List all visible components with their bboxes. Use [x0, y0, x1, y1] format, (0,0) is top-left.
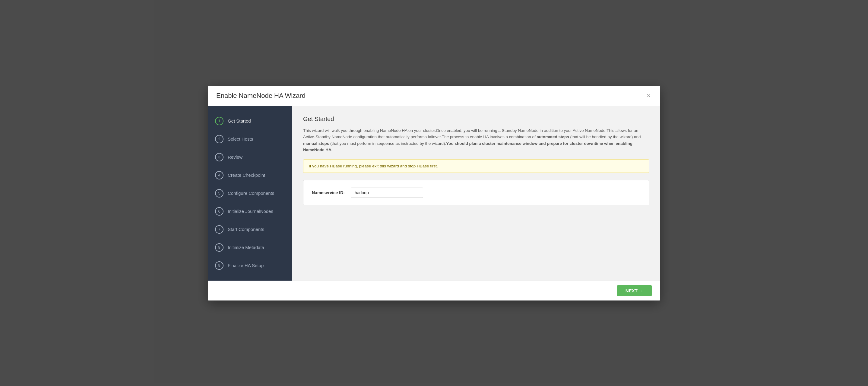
wizard-modal: Enable NameNode HA Wizard × 1 Get Starte…	[208, 86, 660, 301]
sidebar-label-6: Initialize JournalNodes	[228, 209, 273, 214]
next-button[interactable]: NEXT →	[617, 285, 652, 296]
warning-box: If you have HBase running, please exit t…	[303, 159, 649, 173]
step-circle-1: 1	[215, 117, 223, 125]
desc-part3: (that you must perform in sequence as in…	[329, 141, 446, 146]
sidebar-item-start-components[interactable]: 7 Start Components	[208, 220, 292, 239]
sidebar-item-initialize-journalnodes[interactable]: 6 Initialize JournalNodes	[208, 202, 292, 220]
sidebar-item-initialize-metadata[interactable]: 8 Initialize Metadata	[208, 239, 292, 256]
content-title: Get Started	[303, 116, 649, 122]
modal-body: 1 Get Started 2 Select Hosts 3 Review 4 …	[208, 106, 660, 281]
sidebar-item-select-hosts[interactable]: 2 Select Hosts	[208, 130, 292, 148]
modal-footer: NEXT →	[208, 281, 660, 301]
sidebar-item-configure-components[interactable]: 5 Configure Components	[208, 184, 292, 202]
step-circle-6: 6	[215, 207, 223, 216]
nameservice-input[interactable]	[351, 187, 423, 198]
sidebar-label-3: Review	[228, 154, 243, 160]
desc-part2: (that will be handled by the wizard) and	[569, 135, 641, 139]
step-circle-9: 9	[215, 261, 223, 270]
warning-text: If you have HBase running, please exit t…	[309, 164, 438, 168]
sidebar-label-7: Start Components	[228, 227, 264, 232]
main-content: Get Started This wizard will walk you th…	[292, 106, 660, 281]
automated-steps-text: automated steps	[536, 135, 569, 139]
sidebar-label-5: Configure Components	[228, 190, 274, 196]
wizard-sidebar: 1 Get Started 2 Select Hosts 3 Review 4 …	[208, 106, 292, 281]
sidebar-label-8: Initialize Metadata	[228, 245, 264, 250]
sidebar-item-review[interactable]: 3 Review	[208, 148, 292, 166]
step-circle-5: 5	[215, 189, 223, 198]
step-circle-7: 7	[215, 225, 223, 234]
sidebar-label-9: Finalize HA Setup	[228, 263, 264, 268]
sidebar-item-finalize-ha-setup[interactable]: 9 Finalize HA Setup	[208, 256, 292, 275]
modal-header: Enable NameNode HA Wizard ×	[208, 86, 660, 106]
sidebar-item-get-started[interactable]: 1 Get Started	[208, 112, 292, 130]
modal-overlay: Enable NameNode HA Wizard × 1 Get Starte…	[0, 0, 868, 386]
sidebar-label-2: Select Hosts	[228, 136, 253, 142]
step-circle-2: 2	[215, 135, 223, 143]
nameservice-form-panel: Nameservice ID:	[303, 180, 649, 205]
sidebar-label-1: Get Started	[228, 118, 251, 124]
sidebar-label-4: Create Checkpoint	[228, 173, 265, 178]
step-circle-8: 8	[215, 243, 223, 252]
description-text: This wizard will walk you through enabli…	[303, 127, 649, 153]
modal-title: Enable NameNode HA Wizard	[216, 92, 306, 100]
nameservice-label: Nameservice ID:	[312, 190, 345, 195]
close-button[interactable]: ×	[645, 93, 652, 99]
step-circle-3: 3	[215, 153, 223, 162]
manual-steps-text: manual steps	[303, 141, 329, 146]
step-circle-4: 4	[215, 171, 223, 179]
sidebar-item-create-checkpoint[interactable]: 4 Create Checkpoint	[208, 166, 292, 184]
